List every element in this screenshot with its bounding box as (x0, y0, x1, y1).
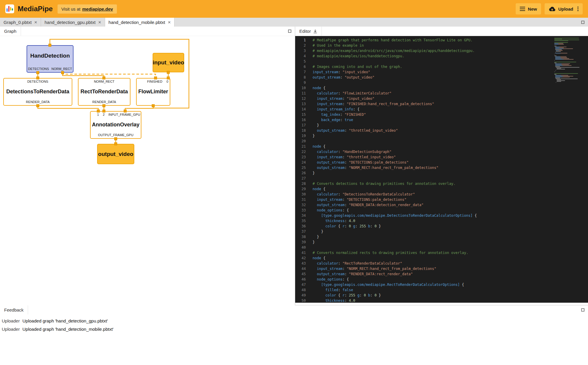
code-line[interactable]: [type.googleapis.com/mediapipe.RectToRen… (313, 282, 588, 287)
code-line[interactable]: input_stream_info: { (313, 107, 588, 112)
expand-graph-panel-icon[interactable] (288, 30, 291, 33)
code-line[interactable]: # MediaPipe graph that performs hand det… (313, 38, 588, 43)
editor-code[interactable]: # MediaPipe graph that performs hand det… (309, 36, 588, 303)
feedback-entry: Uploader Uploaded graph 'hand_detection_… (2, 317, 586, 325)
code-line[interactable]: node { (313, 144, 588, 149)
code-line[interactable] (313, 80, 588, 85)
code-line[interactable]: color { r: 0 g: 255 b: 0 } (313, 224, 588, 229)
code-line[interactable]: color { r: 255 g: 0 b: 0 } (313, 293, 588, 298)
line-number: 42 (295, 255, 306, 261)
code-line[interactable]: calculator: "RectToRenderDataCalculator" (313, 261, 588, 266)
minimap-line (555, 77, 570, 77)
code-line[interactable]: node_options: { (313, 277, 588, 282)
code-line[interactable] (313, 138, 588, 144)
code-line[interactable]: output_stream: "NORM_RECT:hand_rect_from… (313, 165, 588, 170)
editor-panel: Editor 123456789101112131415161718192021… (295, 27, 588, 305)
kebab-menu-icon[interactable] (577, 6, 579, 11)
line-number: 15 (295, 112, 306, 117)
tab-graph-0-pbtxt[interactable]: Graph_0.pbtxt × (0, 18, 41, 27)
graph-node-hand-detection[interactable]: HandDetection DETECTIONS NORM_RECT (27, 45, 74, 73)
feedback-entry: Uploader Uploaded graph 'hand_detection_… (2, 325, 586, 333)
code-line[interactable]: # Images coming into and out of the grap… (313, 64, 588, 69)
code-line[interactable]: input_stream: "FINISHED:hand_rect_from_p… (313, 101, 588, 107)
tab-feedback[interactable]: Feedback (0, 305, 28, 315)
code-line[interactable]: input_stream: "DETECTIONS:palm_detection… (313, 197, 588, 202)
code-line[interactable]: input_stream: "input_video" (313, 96, 588, 101)
line-number: 29 (295, 186, 306, 192)
code-line[interactable]: } (313, 234, 588, 239)
code-line[interactable]: node_options: { (313, 208, 588, 213)
editor-minimap[interactable] (554, 38, 584, 83)
node-title: FlowLimiter (138, 89, 168, 95)
code-line[interactable]: input_stream: "throttled_input_video" (313, 154, 588, 160)
code-line[interactable]: } (313, 133, 588, 138)
code-line[interactable]: # Converts detections to drawing primiti… (313, 181, 588, 186)
mediapipe-dev-link[interactable]: mediapipe.dev (82, 6, 113, 12)
edge-normrect-to-recttorenderdata (63, 73, 104, 78)
minimap-line (554, 45, 584, 45)
code-line[interactable]: output_stream: "throttled_input_video" (313, 128, 588, 133)
code-line[interactable]: node { (313, 255, 588, 261)
graph-node-rect-to-render-data[interactable]: NORM_RECT RectToRenderData RENDER_DATA (78, 78, 130, 106)
upload-button[interactable]: Upload (545, 3, 583, 14)
code-line[interactable]: } (313, 170, 588, 176)
code-line[interactable]: # Used in the example in (313, 43, 588, 48)
tab-editor-view[interactable]: Editor (295, 27, 322, 36)
expand-feedback-panel-icon[interactable] (581, 308, 584, 312)
code-line[interactable]: } (313, 229, 588, 234)
download-icon[interactable] (313, 29, 317, 33)
code-line[interactable]: input_stream: "input_video" (313, 69, 588, 75)
code-line[interactable]: back_edge: true (313, 117, 588, 123)
port-label-finished: FINISHED (147, 80, 162, 83)
code-line[interactable]: # mediapipie/examples/android/src/java/c… (313, 48, 588, 53)
code-line[interactable]: thickness: 4.0 (313, 298, 588, 303)
line-number: 34 (295, 213, 306, 218)
new-button[interactable]: New (516, 3, 541, 14)
tab-graph-view[interactable]: Graph (0, 27, 21, 36)
tab-close-icon[interactable]: × (168, 20, 171, 25)
graph-node-flow-limiter[interactable]: FINISHED 0 FlowLimiter (136, 78, 170, 106)
line-number: 25 (295, 165, 306, 170)
code-line[interactable]: output_stream: "RENDER_DATA:rect_render_… (313, 271, 588, 277)
line-number: 4 (295, 53, 306, 59)
minimap-line (555, 78, 560, 78)
graph-node-detections-to-render-data[interactable]: DETECTIONS DetectionsToRenderData RENDER… (3, 78, 72, 106)
code-line[interactable]: output_stream: "RENDER_DATA:detection_re… (313, 202, 588, 208)
tab-close-icon[interactable]: × (34, 20, 37, 25)
code-line[interactable]: # Converts normalized rects to drawing p… (313, 250, 588, 255)
code-line[interactable]: node { (313, 85, 588, 91)
code-line[interactable]: } (313, 239, 588, 245)
line-number: 10 (295, 85, 306, 91)
code-line[interactable]: thickness: 4.0 (313, 218, 588, 224)
app-logo: MediaPipe (5, 4, 53, 13)
tab-hand-detection-mobile-pbtxt[interactable]: hand_detection_mobile.pbtxt × (105, 18, 175, 27)
code-line[interactable]: node { (313, 186, 588, 192)
code-line[interactable]: [type.googleapis.com/mediapipe.Detection… (313, 213, 588, 218)
graph-node-input-video[interactable]: input_video (153, 53, 184, 72)
graph-canvas[interactable]: HandDetection DETECTIONS NORM_RECT input… (0, 36, 295, 305)
tab-hand-detection-gpu-pbtxt[interactable]: hand_detection_gpu.pbtxt × (41, 18, 105, 27)
minimap-line (555, 56, 567, 57)
code-line[interactable]: tag_index: "FINISHED" (313, 112, 588, 117)
port-label-detections: DETECTIONS (27, 80, 48, 83)
feedback-panel-header: Feedback (0, 305, 588, 315)
code-editor[interactable]: 1234567891011121314151617181920212223242… (295, 36, 588, 303)
code-line[interactable]: output_stream: "DETECTIONS:palm_detectio… (313, 160, 588, 165)
code-line[interactable]: # mediapipie/examples/ios/handdetectiong… (313, 53, 588, 59)
code-line[interactable]: calculator: "FlowLimiterCalculator" (313, 91, 588, 96)
code-line[interactable]: input_stream: "NORM_RECT:hand_rect_from_… (313, 266, 588, 271)
tab-close-icon[interactable]: × (98, 20, 101, 25)
code-line[interactable] (313, 176, 588, 181)
line-number: 47 (295, 282, 306, 287)
code-line[interactable]: calculator: "DetectionsToRenderDataCalcu… (313, 192, 588, 197)
tab-label: hand_detection_gpu.pbtxt (45, 20, 96, 25)
code-line[interactable]: filled: false (313, 287, 588, 293)
expand-editor-panel-icon[interactable] (581, 21, 584, 24)
code-line[interactable] (313, 245, 588, 250)
graph-node-output-video[interactable]: output_video (97, 144, 134, 164)
code-line[interactable]: } (313, 123, 588, 128)
code-line[interactable]: output_stream: "output_video" (313, 75, 588, 80)
code-line[interactable] (313, 59, 588, 64)
graph-node-annotation-overlay[interactable]: 1 2 INPUT_FRAME_GPU AnnotationOverlay OU… (90, 111, 141, 139)
code-line[interactable]: calculator: "HandDetectionSubgraph" (313, 149, 588, 154)
